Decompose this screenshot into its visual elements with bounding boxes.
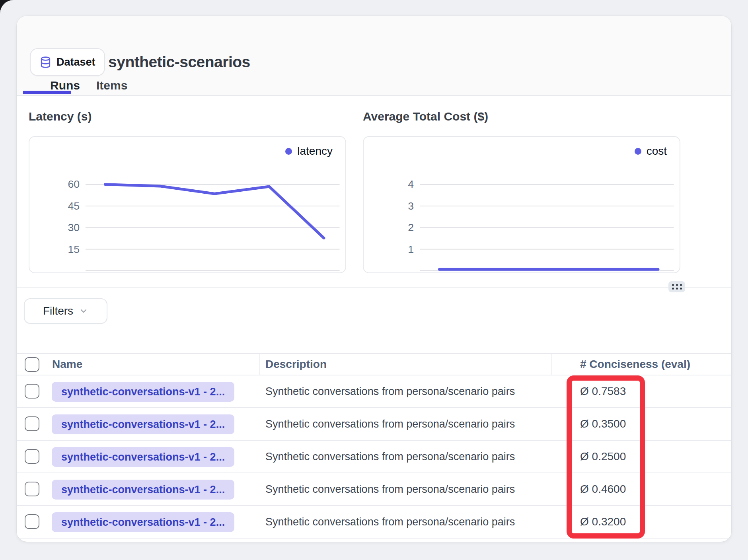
y-axis-tick-label: 60 bbox=[68, 178, 80, 190]
tab-items[interactable]: Items bbox=[96, 79, 127, 92]
dataset-badge: Dataset bbox=[30, 48, 105, 76]
y-axis-tick-label: 30 bbox=[68, 222, 80, 233]
latency-chart: 60453015 latency bbox=[29, 136, 346, 273]
grip-dots-icon bbox=[672, 284, 682, 290]
header-divider bbox=[17, 95, 731, 96]
y-axis-tick-label: 45 bbox=[68, 200, 80, 212]
run-name-link[interactable]: synthetic-conversations-v1 - 2... bbox=[52, 447, 234, 467]
table-header-row: Name Description # Conciseness (eval) bbox=[17, 353, 731, 375]
conciseness-value: Ø 0.2500 bbox=[580, 450, 626, 463]
table-row: synthetic-conversations-v1 - 2...Synthet… bbox=[17, 375, 731, 408]
table-row: synthetic-conversations-v1 - 2...Synthet… bbox=[17, 408, 731, 441]
run-description: Synthetic conversations from persona/sce… bbox=[265, 418, 515, 430]
run-description: Synthetic conversations from persona/sce… bbox=[265, 483, 515, 496]
column-header-conciseness: # Conciseness (eval) bbox=[580, 358, 690, 371]
cost-chart-title: Average Total Cost ($) bbox=[363, 110, 488, 123]
conciseness-value: Ø 0.3200 bbox=[580, 515, 626, 528]
runs-table: Name Description # Conciseness (eval) sy… bbox=[17, 353, 731, 539]
conciseness-value: Ø 0.3500 bbox=[580, 418, 626, 430]
page-title: synthetic-scenarios bbox=[108, 53, 250, 71]
latency-chart-title: Latency (s) bbox=[29, 110, 92, 123]
row-checkbox[interactable] bbox=[25, 416, 39, 431]
legend-label: latency bbox=[297, 145, 333, 158]
y-axis-tick-label: 2 bbox=[408, 222, 414, 233]
row-checkbox[interactable] bbox=[25, 449, 39, 464]
run-description: Synthetic conversations from persona/sce… bbox=[265, 385, 515, 398]
resize-grip-handle[interactable] bbox=[668, 281, 685, 292]
cost-plot: 4321 bbox=[364, 137, 680, 272]
table-row: synthetic-conversations-v1 - 2...Synthet… bbox=[17, 473, 731, 506]
cost-chart-legend: cost bbox=[635, 145, 667, 158]
charts-section-divider bbox=[17, 287, 731, 288]
y-axis-tick-label: 1 bbox=[408, 243, 414, 255]
dataset-panel: Dataset synthetic-scenarios Runs Items L… bbox=[17, 16, 731, 542]
conciseness-value: Ø 0.4600 bbox=[580, 483, 626, 496]
dataset-badge-label: Dataset bbox=[56, 56, 95, 68]
page-background: Dataset synthetic-scenarios Runs Items L… bbox=[0, 0, 748, 560]
column-header-name: Name bbox=[52, 358, 82, 371]
run-description: Synthetic conversations from persona/sce… bbox=[265, 451, 515, 463]
database-icon bbox=[39, 56, 52, 68]
column-header-description: Description bbox=[265, 358, 327, 371]
run-name-link[interactable]: synthetic-conversations-v1 - 2... bbox=[52, 382, 234, 402]
table-row: synthetic-conversations-v1 - 2...Synthet… bbox=[17, 441, 731, 473]
chevron-down-icon bbox=[79, 306, 88, 316]
filters-button-label: Filters bbox=[43, 305, 73, 317]
legend-dot-icon bbox=[285, 148, 292, 155]
row-checkbox[interactable] bbox=[25, 514, 39, 529]
legend-dot-icon bbox=[635, 148, 641, 155]
run-name-link[interactable]: synthetic-conversations-v1 - 2... bbox=[52, 414, 234, 434]
filters-button[interactable]: Filters bbox=[24, 298, 107, 324]
latency-chart-legend: latency bbox=[285, 145, 333, 158]
row-checkbox[interactable] bbox=[25, 384, 39, 399]
legend-label: cost bbox=[647, 145, 667, 158]
y-axis-tick-label: 3 bbox=[408, 200, 414, 212]
select-all-checkbox[interactable] bbox=[25, 357, 39, 372]
run-name-link[interactable]: synthetic-conversations-v1 - 2... bbox=[52, 480, 234, 500]
active-tab-underline bbox=[23, 91, 71, 94]
y-axis-tick-label: 4 bbox=[408, 178, 414, 190]
run-description: Synthetic conversations from persona/sce… bbox=[265, 516, 515, 528]
row-checkbox[interactable] bbox=[25, 482, 39, 496]
cost-chart: 4321 cost bbox=[363, 136, 680, 273]
latency-line bbox=[105, 185, 324, 238]
table-row: synthetic-conversations-v1 - 2...Synthet… bbox=[17, 506, 731, 539]
tab-runs[interactable]: Runs bbox=[50, 79, 80, 92]
conciseness-value: Ø 0.7583 bbox=[580, 385, 626, 398]
y-axis-tick-label: 15 bbox=[68, 243, 80, 255]
run-name-link[interactable]: synthetic-conversations-v1 - 2... bbox=[52, 512, 234, 532]
